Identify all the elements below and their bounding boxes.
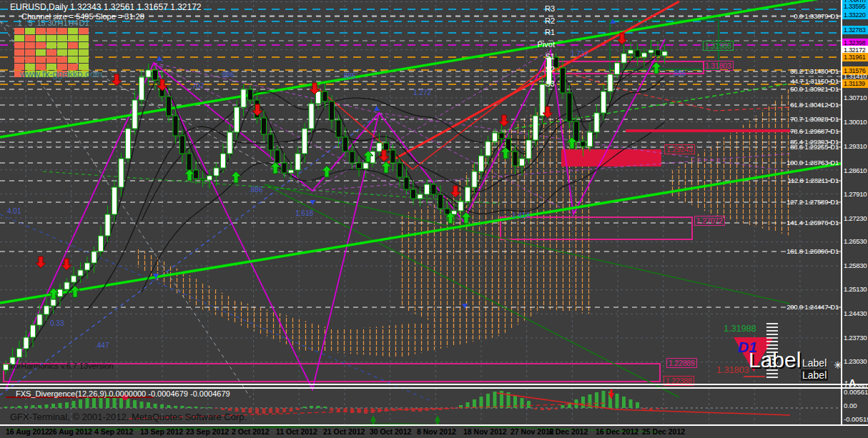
korharmonics-version: korHarmonics v.6.7.13version <box>10 362 114 370</box>
fib-level-label: 50.0 1.30921-D1 <box>790 85 839 93</box>
red-underline-mark <box>744 376 765 377</box>
mtf-signal-cell <box>14 56 24 63</box>
fib-level-label: 70.7 1.30028-D1 <box>790 115 839 123</box>
mtf-signal-cell <box>14 42 24 49</box>
mtf-signal-cell <box>36 28 46 34</box>
mtf-signal-cell <box>46 56 56 63</box>
price-tick-label: 1.26530 <box>844 237 867 245</box>
mtf-signal-cell <box>46 28 56 34</box>
mtf-signal-cell <box>14 35 24 41</box>
date-label: 11 Oct 2012 <box>276 427 317 436</box>
pivot-level-label: R1 <box>545 28 555 36</box>
label-object-big[interactable]: Label <box>749 348 801 372</box>
price-tag-label: 1.31803 <box>715 364 751 375</box>
fib-level-label: 141.4 1.26976-D1 <box>786 219 839 227</box>
mtf-signal-cell <box>79 28 89 34</box>
fib-level-label: 100.0 1.28763-D1 <box>786 159 839 166</box>
pivot-level-label: R3 <box>545 4 555 13</box>
harmonic-ratio-label: 0.33 <box>50 319 64 327</box>
harmonic-ratio-label: .886 <box>249 186 262 194</box>
date-label: 18 Nov 2012 <box>463 427 507 436</box>
mtf-signal-cell <box>14 28 24 34</box>
fib-level-label: 112.8 1.28211-D1 <box>788 176 839 184</box>
mtf-signal-cell <box>79 42 89 49</box>
mtf-signal-cell <box>36 42 46 49</box>
price-tick-label: 1.29310 <box>844 142 867 150</box>
harmonic-ratio-label: 1.618 <box>295 209 313 217</box>
sub-axis-label: 0.00561 <box>844 388 868 396</box>
date-label: 13 Sep 2012 <box>140 427 183 436</box>
date-label: 26 Aug 2012 <box>49 427 92 436</box>
date-label: 23 Sep 2012 <box>186 427 229 436</box>
price-badge: 1.33220 <box>842 11 868 19</box>
mtf-signal-cell <box>14 49 24 56</box>
fib-level-label: 127.2 1.27589-D1 <box>786 198 839 206</box>
mtf-signal-cell <box>46 49 56 56</box>
sub-window-top-border <box>0 387 868 389</box>
axis-separator <box>841 0 842 424</box>
mtf-signal-cell <box>57 42 67 49</box>
pivot-level-label: S1 <box>546 52 555 61</box>
mtf-signal-cell <box>36 56 46 63</box>
mt4-terminal-window: 151530H1H4D1 EURUSD,Daily 1.32343 1.3256… <box>0 0 868 438</box>
chart-sub-splitter[interactable] <box>0 384 868 385</box>
price-tag-label: 1.31988 <box>703 41 734 51</box>
fib-level-label: 78.6 1.29687-D1 <box>790 127 839 135</box>
harmonic-ratio-label: .886 <box>342 72 355 80</box>
pivot-level-label: S2 <box>546 65 555 74</box>
price-tick-label: 1.28610 <box>844 166 867 174</box>
fib-level-label: 0.0 1.33079-D1 <box>794 12 839 20</box>
price-tag-label: 1.31988 <box>722 323 758 334</box>
date-label: 4 Sep 2012 <box>94 427 133 436</box>
mtf-signal-cell <box>68 35 78 41</box>
label-object-small-2[interactable]: Label <box>801 369 828 381</box>
harmonic-ratio-label: .886 <box>672 69 686 77</box>
pivot-level-label: S3 <box>546 79 555 88</box>
date-label: 6 Dec 2012 <box>549 427 588 436</box>
price-badge: 1.33595 <box>842 2 868 11</box>
mtf-signal-cell <box>57 35 67 41</box>
sub-window-bottom-border <box>0 424 868 426</box>
sub-axis-label: 0.00 <box>844 402 857 409</box>
mtf-signal-cell <box>25 35 35 41</box>
chart-title: EURUSD,Daily 1.32343 1.32561 1.31657 1.3… <box>10 2 202 12</box>
date-label: 8 Nov 2012 <box>417 427 456 436</box>
harmonic-ratio-label: .886 <box>220 71 234 79</box>
price-badge: 1.32783 <box>842 26 868 34</box>
resistance-zone-line <box>626 129 790 132</box>
price-tag-label: 1.29243 <box>664 144 695 154</box>
fib-level-label: 61.8 1.30412-D1 <box>790 101 839 109</box>
watermark-link: www.fx-ggekko.com <box>20 69 103 79</box>
mtf-signal-cell <box>25 56 35 63</box>
mtf-signal-cell <box>57 49 67 56</box>
date-label: 16 Dec 2012 <box>596 427 638 436</box>
price-tick-label: 1.27910 <box>844 190 867 198</box>
date-label: 21 Oct 2012 <box>323 427 365 436</box>
harmonic-ratio-label: .707 <box>190 82 204 90</box>
price-badge: 1.31139 <box>842 79 868 88</box>
label-object-small-1[interactable]: Label <box>802 357 827 369</box>
price-tag-label: 1.22889 <box>666 358 697 368</box>
price-tag-label: 1.31803 <box>703 61 734 71</box>
price-badge: 1.31961 <box>842 53 868 61</box>
harmonic-ratio-label: 1.272 <box>413 89 431 96</box>
mtf-signal-cell <box>25 42 35 49</box>
price-tick-label: 1.31410 <box>844 72 867 80</box>
sub-axis-label: -0.00519 <box>844 415 868 423</box>
mtf-signal-cell <box>46 35 56 41</box>
channel-info: Channel size = 5495 Slope = 31.28 <box>21 12 144 21</box>
pivot-level-label: R2 <box>545 16 555 25</box>
terminal-copyright: GFX-Terminal, © 2001-2012, MetaQuotes So… <box>10 412 247 422</box>
price-tick-label: 1.30010 <box>844 118 867 126</box>
harmonic-ratio-label: 1.414 <box>512 211 530 219</box>
harmonic-ratio-label: 1.732 <box>571 50 588 58</box>
fib-level-label: 44.7 1.31150-D1 <box>791 77 839 85</box>
mtf-signal-cell <box>79 35 89 41</box>
sub-indicator-title: FXS_Divergence(12,26,9) 0.0000000 -0.000… <box>16 389 230 398</box>
price-tick-label: 1.25130 <box>844 285 867 293</box>
price-tick-label: 1.27230 <box>844 214 867 222</box>
mtf-signal-cell <box>79 49 89 56</box>
harmonic-ratio-label: 4.01 <box>7 207 21 215</box>
date-label: 16 Aug 2012 <box>6 427 49 436</box>
date-label: 30 Oct 2012 <box>370 427 411 436</box>
